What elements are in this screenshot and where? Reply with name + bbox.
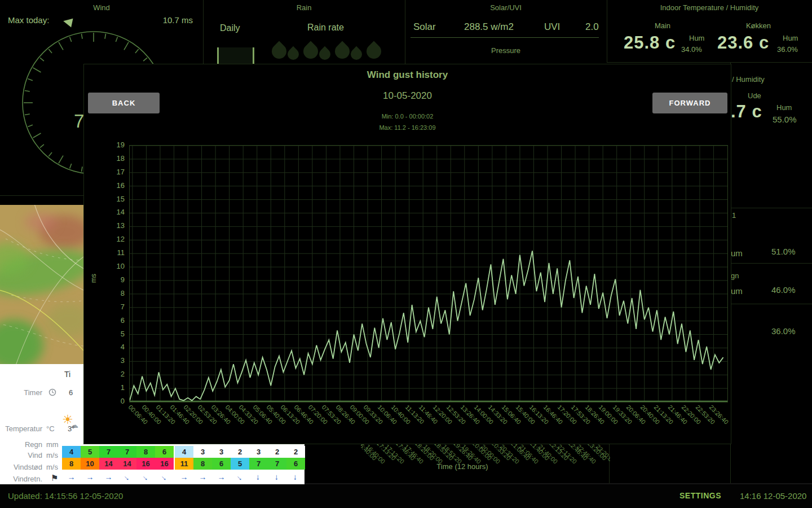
forward-button[interactable]: FORWARD [652,93,727,113]
wind-gust-history-dialog: Wind gust history 10-05-2020 Min: 0.0 - … [83,64,731,444]
wind-direction-arrow-icon: → [99,471,118,484]
y-tick-label: 8 [109,289,125,297]
solar-label: Solar [413,21,436,33]
status-bar: Updated: 14:15:56 12-05-2020 SETTINGS 14… [0,484,812,508]
rain-panel-title: Rain [203,3,405,12]
outdoor-hum-value: 55.0% [773,115,797,124]
separator [0,195,83,196]
separator [730,304,812,304]
room1-label-fragment: 1 [732,211,736,220]
y-tick-label: 17 [109,168,125,176]
wind-gust-line [130,251,723,400]
dialog-title: Wind gust history [84,69,731,81]
wind-gauge-center-value: 7 [74,111,84,132]
indoor-main-hum-label: Hum [689,34,704,42]
indoor-kitchen-hum: 36.0% [777,45,798,54]
y-tick-label: 13 [109,221,125,230]
room2-hum-fragment: um [731,286,743,296]
forecast-wind-unit: m/s [46,451,58,459]
y-tick-label: 5 [109,330,125,338]
indoor-main-label: Main [626,21,699,30]
y-tick-label: 10 [109,262,125,270]
indoor-main-hum: 34.0% [681,45,702,54]
raindrop-icon [332,41,353,62]
separator [607,62,812,63]
forecast-winddir-label: Vindretn. [0,475,42,483]
y-tick-label: 14 [109,208,125,216]
forecast-gust-cell: 8 [62,458,81,470]
gauge-tick [59,156,63,164]
gauge-tick [124,42,129,50]
pressure-label: Pressure [405,46,607,55]
gauge-tick [40,58,44,61]
room3-hum-value: 36.0% [771,326,796,336]
room2-hum-value: 46.0% [771,285,796,295]
gauge-tick [81,34,82,39]
forecast-wind-cell: 6 [155,446,174,458]
forecast-gust-cell: 10 [81,458,99,470]
wind-map-image [0,205,83,364]
gauge-tick [81,167,82,172]
y-tick-label: 15 [109,195,125,203]
forecast-gust-cell: 6 [212,458,231,470]
clock-icon [48,388,56,396]
forecast-wind-cell: 3 [212,446,231,458]
room1-hum-value: 51.0% [771,247,796,256]
weather-dashboard: Wind Max today: 10.7 ms 7 Rain Daily Rai… [0,0,812,508]
outdoor-ude-label: Ude [748,91,761,100]
gauge-tick [40,144,44,148]
y-tick-label: 12 [109,235,125,243]
y-tick-label: 3 [109,356,125,365]
room1-hum-fragment: um [731,248,743,258]
settings-button[interactable]: SETTINGS [679,491,721,500]
forecast-value-grid: 45778643323228101414161611865776→→→→→→→→… [62,446,304,484]
rain-drops-row [272,40,385,65]
uvi-label: UVI [544,21,560,33]
gauge-tick [28,79,32,81]
indoor-main-temp: 25.8 c [624,33,676,53]
y-tick-label: 19 [109,141,125,149]
indoor-kitchen-temp: 23.6 c [717,33,769,53]
forecast-gust-cell: 8 [193,458,212,470]
separator [730,263,812,264]
gauge-tick [48,152,52,156]
wind-map[interactable] [0,205,83,364]
forecast-wind-cell: 3 [249,446,268,458]
forecast-wind-cell: 4 [175,446,193,458]
y-tick-label: 1 [109,383,125,392]
wind-direction-arrow-icon: → [175,471,193,484]
dialog-max-line: Max: 11.2 - 16:23:09 [84,124,731,131]
dialog-min-line: Min: 0.0 - 00:00:02 [84,113,731,120]
gauge-tick [70,164,72,168]
rain-daily-label: Daily [220,23,240,33]
forecast-timer-label: Timer [0,388,42,397]
wind-direction-arrow-icon: → [212,471,231,484]
outdoor-temp-fragment: .7 c [731,102,762,122]
raindrop-icon [301,41,321,62]
gauge-tick [70,37,72,41]
forecast-gust-unit: m/s [46,463,58,471]
outdoor-hum-label: Hum [776,103,792,112]
y-tick-label: 11 [109,248,125,257]
raindrop-icon [348,46,364,62]
gauge-tick [33,68,41,72]
solar-panel-title: Solar/UVI [405,3,607,12]
gauge-tick [25,114,30,115]
y-tick-label: 16 [109,181,125,190]
solar-separator [411,37,599,38]
gauge-tick [135,49,139,53]
chart-plot-area [130,146,727,402]
forecast-gust-cell: 14 [99,458,118,470]
clock-value: 14:16 12-05-2020 [740,491,806,501]
raindrop-icon [317,46,333,62]
solar-value: 288.5 w/m2 [464,21,514,33]
forecast-wind-cell: 2 [268,446,286,458]
gauge-tick [105,34,106,39]
back-button[interactable]: BACK [88,93,160,113]
separator [730,208,812,208]
room2-label-fragment: gn [731,271,739,280]
gauge-tick [143,58,147,61]
separator [607,0,607,62]
forecast-wind-cell: 4 [62,446,81,458]
separator [203,0,204,64]
